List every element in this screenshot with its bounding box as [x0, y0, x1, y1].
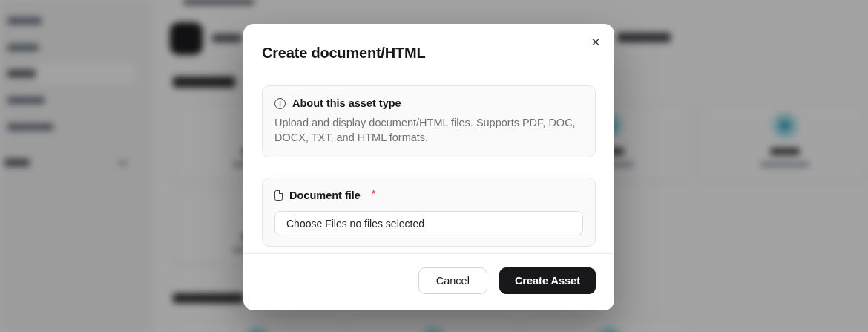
document-file-field: Document file * Choose Files no files se… — [262, 178, 596, 247]
about-box-title: About this asset type — [292, 97, 401, 109]
footer-divider — [243, 253, 614, 254]
document-icon — [274, 190, 283, 201]
modal-footer: Cancel Create Asset — [262, 267, 596, 294]
info-icon: i — [274, 98, 286, 109]
document-file-label: Document file — [289, 189, 361, 201]
required-marker: * — [372, 188, 375, 199]
close-icon[interactable]: ✕ — [588, 35, 603, 50]
about-asset-type-box: i About this asset type Upload and displ… — [262, 85, 596, 157]
file-input[interactable]: Choose Files no files selected — [274, 211, 583, 235]
cancel-button[interactable]: Cancel — [418, 267, 487, 294]
create-document-modal: ✕ Create document/HTML i About this asse… — [243, 24, 614, 310]
about-box-body: Upload and display document/HTML files. … — [274, 115, 583, 145]
modal-title: Create document/HTML — [262, 45, 596, 62]
create-asset-button[interactable]: Create Asset — [499, 267, 596, 294]
